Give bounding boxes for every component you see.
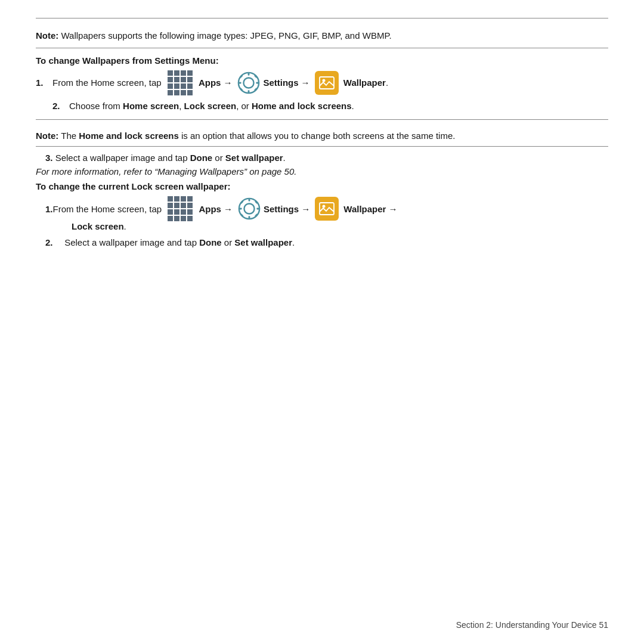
grid-cell (181, 90, 186, 95)
grid-cell (174, 70, 179, 76)
s2-step1-wallpaper-label: Wallpaper (343, 204, 386, 214)
svg-rect-22 (320, 203, 334, 215)
s2-arrow3: → (388, 204, 397, 214)
note2-pre: The (58, 131, 79, 141)
step3-mid: or (212, 153, 225, 163)
grid-cell (174, 196, 179, 202)
italic-note: For more information, refer to “Managing… (36, 166, 608, 177)
grid-cell (187, 83, 193, 89)
grid-cell (168, 90, 173, 95)
note2-post: is an option that allows you to change b… (179, 131, 456, 141)
step1-settings-label: Settings (263, 76, 298, 90)
grid-cell (181, 203, 186, 208)
svg-rect-4 (238, 82, 242, 83)
step3-prefix: Select a wallpaper image and tap (55, 153, 190, 163)
wallpaper-svg-2 (319, 201, 335, 216)
svg-rect-17 (256, 208, 260, 210)
settings-icon (237, 71, 261, 95)
grid-cell (174, 90, 179, 95)
page: Note: Wallpapers supports the following … (0, 0, 644, 644)
step3-text: Select a wallpaper image and tap Done or… (53, 153, 286, 163)
grid-cell (168, 203, 173, 208)
grid-cell (187, 77, 193, 82)
grid-cell (174, 216, 179, 221)
grid-cell (187, 70, 193, 76)
apps-grid (168, 70, 193, 95)
lockscreen-continuation: Lock screen. (36, 221, 608, 231)
note2-box: Note: The Home and lock screens is an op… (36, 126, 608, 147)
grid-cell (181, 77, 186, 82)
step2-bold2: Lock screen (184, 101, 237, 111)
step2-end: . (352, 101, 354, 111)
svg-rect-5 (256, 82, 260, 83)
grid-cell (181, 70, 186, 76)
section1-step1: 1. From the Home screen, tap (36, 70, 608, 95)
grid-cell (168, 77, 173, 82)
apps-icon-2 (166, 196, 194, 221)
step2-sep1: , (179, 101, 184, 111)
step3-bold1: Done (190, 153, 213, 163)
arrow2: → (301, 76, 310, 90)
s2-step2-end: . (292, 237, 295, 247)
svg-rect-3 (248, 90, 250, 94)
step1-period: . (386, 76, 388, 90)
svg-rect-2 (248, 72, 250, 75)
arrow1: → (223, 76, 232, 90)
section2-step1-row: 1. From the Home screen, tap (36, 196, 608, 221)
gear-svg (237, 72, 260, 94)
svg-rect-14 (249, 198, 250, 202)
step1-apps-label: Apps (199, 76, 221, 90)
s2-lockscreen-label: Lock screen (72, 221, 124, 231)
apps-grid-2 (168, 196, 193, 221)
grid-cell (187, 209, 193, 215)
grid-cell (168, 83, 173, 89)
s2-step2-prefix: Select a wallpaper image and tap (64, 237, 199, 247)
note1-box: Note: Wallpapers supports the following … (36, 24, 608, 48)
grid-cell (168, 70, 173, 76)
svg-point-11 (322, 79, 325, 82)
grid-cell (174, 203, 179, 208)
step1-wallpaper-label: Wallpaper (343, 76, 386, 90)
s2-step2-bold2: Set wallpaper (234, 237, 292, 247)
grid-cell (181, 83, 186, 89)
grid-cell (174, 209, 179, 215)
step2-bold3: Home and lock screens (252, 101, 352, 111)
settings-icon-2 (237, 197, 261, 221)
grid-cell (187, 90, 193, 95)
svg-point-13 (244, 203, 254, 213)
grid-cell (168, 216, 173, 221)
section2-heading: To change the current Lock screen wallpa… (36, 181, 608, 191)
grid-cell (181, 196, 186, 202)
s2-arrow2: → (301, 204, 310, 214)
wallpaper-svg (319, 75, 335, 91)
s2-step1-prefix: From the Home screen, tap (53, 204, 162, 214)
divider1 (36, 119, 608, 120)
step2-bold1: Home screen (123, 101, 179, 111)
apps-icon (166, 70, 194, 95)
grid-cell (174, 83, 179, 89)
s2-step2-num: 2. (45, 237, 62, 247)
step1-num: 1. (36, 76, 52, 90)
svg-point-23 (323, 205, 326, 208)
step2-num: 2. (52, 99, 69, 113)
section1-steps: 1. From the Home screen, tap (36, 70, 608, 113)
wallpaper-icon-2 (315, 197, 339, 221)
top-divider (36, 18, 608, 18)
s2-step2-text: Select a wallpaper image and tap Done or… (62, 237, 295, 247)
s2-step2-bold1: Done (199, 237, 222, 247)
s2-step1-apps-label: Apps (199, 204, 221, 214)
note1-text: Wallpapers supports the following image … (58, 30, 391, 41)
grid-cell (181, 209, 186, 215)
grid-cell (168, 196, 173, 202)
page-footer: Section 2: Understanding Your Device 51 (456, 620, 608, 630)
grid-cell (174, 77, 179, 82)
svg-rect-16 (239, 208, 242, 210)
s2-arrow1: → (224, 204, 233, 214)
grid-cell (181, 216, 186, 221)
note2-bold: Home and lock screens (79, 131, 179, 141)
grid-cell (168, 209, 173, 215)
step2-text: Choose from Home screen, Lock screen, or… (69, 99, 354, 113)
svg-rect-10 (320, 77, 334, 89)
s2-step1-end: . (124, 221, 126, 231)
section2-step2-row: 2. Select a wallpaper image and tap Done… (36, 237, 608, 247)
